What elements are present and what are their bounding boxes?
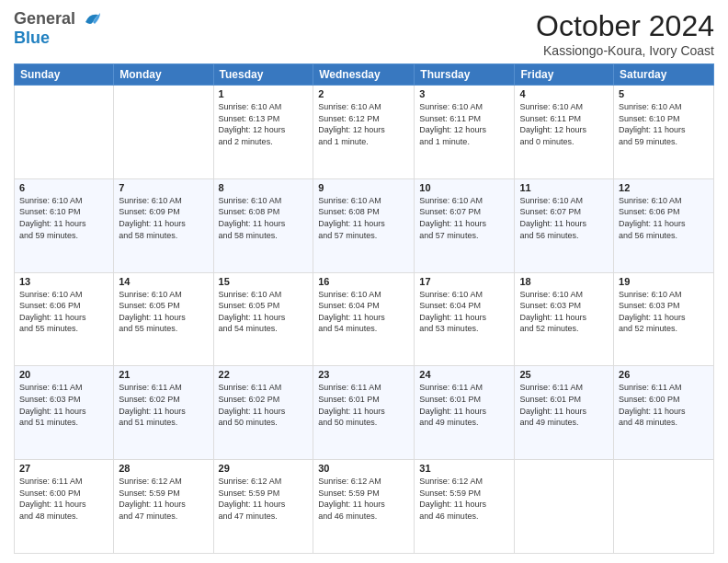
calendar-cell: 14Sunrise: 6:10 AM Sunset: 6:05 PM Dayli… — [114, 272, 213, 366]
day-number: 6 — [19, 182, 108, 193]
calendar-cell: 15Sunrise: 6:10 AM Sunset: 6:05 PM Dayli… — [213, 272, 313, 366]
logo-general-text: General — [14, 9, 75, 28]
calendar-cell: 27Sunrise: 6:11 AM Sunset: 6:00 PM Dayli… — [15, 460, 114, 554]
day-info: Sunrise: 6:10 AM Sunset: 6:07 PM Dayligh… — [419, 195, 509, 241]
calendar-header-friday: Friday — [515, 64, 614, 86]
day-number: 7 — [119, 182, 208, 193]
title-block: October 2024 Kassiongo-Koura, Ivory Coas… — [536, 9, 714, 58]
day-number: 28 — [119, 463, 208, 474]
calendar-cell — [15, 86, 114, 179]
day-info: Sunrise: 6:11 AM Sunset: 6:03 PM Dayligh… — [19, 382, 108, 428]
day-info: Sunrise: 6:10 AM Sunset: 6:13 PM Dayligh… — [219, 101, 309, 147]
day-info: Sunrise: 6:10 AM Sunset: 6:05 PM Dayligh… — [219, 289, 309, 335]
day-info: Sunrise: 6:11 AM Sunset: 6:00 PM Dayligh… — [19, 476, 108, 522]
day-info: Sunrise: 6:10 AM Sunset: 6:06 PM Dayligh… — [19, 289, 108, 335]
calendar-header-sunday: Sunday — [15, 64, 114, 86]
calendar-cell: 6Sunrise: 6:10 AM Sunset: 6:10 PM Daylig… — [15, 178, 114, 272]
day-info: Sunrise: 6:11 AM Sunset: 6:01 PM Dayligh… — [318, 382, 409, 428]
day-number: 30 — [318, 463, 409, 474]
calendar-week-row: 1Sunrise: 6:10 AM Sunset: 6:13 PM Daylig… — [15, 86, 714, 179]
day-info: Sunrise: 6:10 AM Sunset: 6:09 PM Dayligh… — [119, 195, 208, 241]
day-number: 22 — [219, 369, 309, 380]
header: General Blue October 2024 Kassiongo-Kour… — [14, 9, 714, 58]
calendar-cell: 24Sunrise: 6:11 AM Sunset: 6:01 PM Dayli… — [415, 366, 515, 460]
day-info: Sunrise: 6:10 AM Sunset: 6:06 PM Dayligh… — [619, 195, 709, 241]
day-number: 8 — [219, 182, 309, 193]
location-title: Kassiongo-Koura, Ivory Coast — [536, 43, 714, 58]
day-info: Sunrise: 6:10 AM Sunset: 6:03 PM Dayligh… — [519, 289, 609, 335]
calendar-header-monday: Monday — [114, 64, 213, 86]
calendar-cell: 9Sunrise: 6:10 AM Sunset: 6:08 PM Daylig… — [313, 178, 415, 272]
calendar-header-saturday: Saturday — [614, 64, 714, 86]
calendar-cell: 23Sunrise: 6:11 AM Sunset: 6:01 PM Dayli… — [313, 366, 415, 460]
day-info: Sunrise: 6:10 AM Sunset: 6:10 PM Dayligh… — [19, 195, 108, 241]
day-number: 27 — [19, 463, 108, 474]
day-number: 21 — [119, 369, 208, 380]
day-info: Sunrise: 6:10 AM Sunset: 6:10 PM Dayligh… — [619, 101, 709, 147]
day-number: 20 — [19, 369, 108, 380]
day-number: 10 — [419, 182, 509, 193]
day-number: 5 — [619, 88, 709, 99]
logo: General Blue — [14, 9, 102, 48]
day-number: 11 — [519, 182, 609, 193]
day-info: Sunrise: 6:12 AM Sunset: 5:59 PM Dayligh… — [119, 476, 208, 522]
day-number: 23 — [318, 369, 409, 380]
day-number: 2 — [318, 88, 409, 99]
calendar-cell: 4Sunrise: 6:10 AM Sunset: 6:11 PM Daylig… — [515, 86, 614, 179]
calendar-week-row: 6Sunrise: 6:10 AM Sunset: 6:10 PM Daylig… — [15, 178, 714, 272]
page: General Blue October 2024 Kassiongo-Kour… — [0, 0, 728, 563]
day-number: 19 — [619, 276, 709, 287]
calendar-cell: 5Sunrise: 6:10 AM Sunset: 6:10 PM Daylig… — [614, 86, 714, 179]
day-info: Sunrise: 6:10 AM Sunset: 6:12 PM Dayligh… — [318, 101, 409, 147]
day-info: Sunrise: 6:12 AM Sunset: 5:59 PM Dayligh… — [219, 476, 309, 522]
calendar-cell: 31Sunrise: 6:12 AM Sunset: 5:59 PM Dayli… — [415, 460, 515, 554]
logo-blue-text: Blue — [14, 29, 50, 47]
calendar-cell: 29Sunrise: 6:12 AM Sunset: 5:59 PM Dayli… — [213, 460, 313, 554]
day-number: 15 — [219, 276, 309, 287]
calendar-cell: 21Sunrise: 6:11 AM Sunset: 6:02 PM Dayli… — [114, 366, 213, 460]
calendar-cell: 2Sunrise: 6:10 AM Sunset: 6:12 PM Daylig… — [313, 86, 415, 179]
day-number: 31 — [419, 463, 509, 474]
calendar-cell: 22Sunrise: 6:11 AM Sunset: 6:02 PM Dayli… — [213, 366, 313, 460]
day-number: 12 — [619, 182, 709, 193]
calendar-week-row: 20Sunrise: 6:11 AM Sunset: 6:03 PM Dayli… — [15, 366, 714, 460]
calendar-week-row: 13Sunrise: 6:10 AM Sunset: 6:06 PM Dayli… — [15, 272, 714, 366]
calendar-cell: 30Sunrise: 6:12 AM Sunset: 5:59 PM Dayli… — [313, 460, 415, 554]
calendar-cell: 17Sunrise: 6:10 AM Sunset: 6:04 PM Dayli… — [415, 272, 515, 366]
calendar-cell: 1Sunrise: 6:10 AM Sunset: 6:13 PM Daylig… — [213, 86, 313, 179]
day-number: 29 — [219, 463, 309, 474]
calendar-cell: 12Sunrise: 6:10 AM Sunset: 6:06 PM Dayli… — [614, 178, 714, 272]
day-info: Sunrise: 6:12 AM Sunset: 5:59 PM Dayligh… — [318, 476, 409, 522]
day-info: Sunrise: 6:10 AM Sunset: 6:04 PM Dayligh… — [419, 289, 509, 335]
day-info: Sunrise: 6:11 AM Sunset: 6:01 PM Dayligh… — [519, 382, 609, 428]
day-info: Sunrise: 6:10 AM Sunset: 6:08 PM Dayligh… — [219, 195, 309, 241]
logo-bird-icon — [82, 9, 102, 29]
calendar-cell: 18Sunrise: 6:10 AM Sunset: 6:03 PM Dayli… — [515, 272, 614, 366]
day-info: Sunrise: 6:12 AM Sunset: 5:59 PM Dayligh… — [419, 476, 509, 522]
day-info: Sunrise: 6:10 AM Sunset: 6:11 PM Dayligh… — [419, 101, 509, 147]
calendar-table: SundayMondayTuesdayWednesdayThursdayFrid… — [14, 63, 714, 554]
calendar-cell — [515, 460, 614, 554]
day-number: 4 — [519, 88, 609, 99]
day-number: 18 — [519, 276, 609, 287]
calendar-cell: 16Sunrise: 6:10 AM Sunset: 6:04 PM Dayli… — [313, 272, 415, 366]
calendar-header-wednesday: Wednesday — [313, 64, 415, 86]
calendar-cell: 28Sunrise: 6:12 AM Sunset: 5:59 PM Dayli… — [114, 460, 213, 554]
day-number: 26 — [619, 369, 709, 380]
day-number: 1 — [219, 88, 309, 99]
day-number: 17 — [419, 276, 509, 287]
day-info: Sunrise: 6:10 AM Sunset: 6:07 PM Dayligh… — [519, 195, 609, 241]
calendar-cell: 19Sunrise: 6:10 AM Sunset: 6:03 PM Dayli… — [614, 272, 714, 366]
day-number: 25 — [519, 369, 609, 380]
day-number: 24 — [419, 369, 509, 380]
day-info: Sunrise: 6:10 AM Sunset: 6:05 PM Dayligh… — [119, 289, 208, 335]
day-info: Sunrise: 6:10 AM Sunset: 6:08 PM Dayligh… — [318, 195, 409, 241]
day-info: Sunrise: 6:11 AM Sunset: 6:00 PM Dayligh… — [619, 382, 709, 428]
day-info: Sunrise: 6:11 AM Sunset: 6:02 PM Dayligh… — [119, 382, 208, 428]
calendar-header-row: SundayMondayTuesdayWednesdayThursdayFrid… — [15, 64, 714, 86]
calendar-cell: 3Sunrise: 6:10 AM Sunset: 6:11 PM Daylig… — [415, 86, 515, 179]
calendar-cell — [114, 86, 213, 179]
day-info: Sunrise: 6:10 AM Sunset: 6:04 PM Dayligh… — [318, 289, 409, 335]
day-info: Sunrise: 6:11 AM Sunset: 6:02 PM Dayligh… — [219, 382, 309, 428]
day-number: 13 — [19, 276, 108, 287]
